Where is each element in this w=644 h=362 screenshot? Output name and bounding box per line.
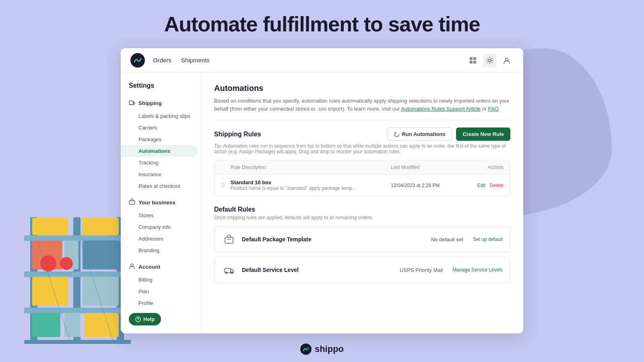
run-automations-button[interactable]: Run Automations bbox=[387, 128, 452, 141]
svg-rect-4 bbox=[24, 272, 131, 277]
profile-icon-btn[interactable] bbox=[500, 53, 514, 67]
shipping-rules-title: Shipping Rules bbox=[214, 131, 261, 138]
shipping-section-label: Shipping bbox=[138, 100, 162, 106]
refresh-icon bbox=[394, 132, 400, 137]
svg-rect-17 bbox=[64, 313, 80, 337]
svg-point-38 bbox=[138, 321, 138, 321]
sidebar-item-rates[interactable]: Rates at checkout bbox=[121, 180, 201, 192]
rule-modified: 12/04/2023 at 2:26 PM bbox=[391, 183, 463, 188]
app-logo bbox=[130, 53, 145, 68]
footer-logo-text: shippo bbox=[315, 344, 344, 354]
faq-link[interactable]: FAQ bbox=[488, 106, 498, 112]
svg-rect-3 bbox=[24, 235, 131, 241]
sidebar-item-addresses[interactable]: Addresses bbox=[121, 233, 201, 245]
delete-rule-button[interactable]: Delete bbox=[489, 183, 504, 188]
rule-name: Standard 10 box bbox=[231, 179, 391, 185]
nav-icons bbox=[466, 53, 514, 67]
svg-rect-5 bbox=[24, 308, 131, 313]
create-new-rule-button[interactable]: Create New Rule bbox=[456, 128, 510, 141]
sidebar-item-billing[interactable]: Billing bbox=[121, 274, 201, 286]
default-service-value: USPS Priority Mail bbox=[400, 267, 443, 273]
drag-handle[interactable]: ⠿ bbox=[221, 182, 231, 189]
sidebar-section-header-shipping[interactable]: Shipping bbox=[121, 96, 201, 110]
support-article-link[interactable]: Automations Rules Support Article bbox=[401, 106, 480, 112]
default-package-name: Default Package Template bbox=[242, 236, 431, 243]
svg-rect-16 bbox=[32, 313, 60, 337]
svg-rect-23 bbox=[473, 57, 476, 60]
account-section-label: Account bbox=[138, 264, 160, 270]
svg-rect-13 bbox=[83, 277, 119, 306]
sidebar-settings-title: Settings bbox=[121, 82, 201, 96]
automations-desc: Based on conditions that you specify, au… bbox=[214, 97, 510, 113]
footer-logo-icon bbox=[300, 343, 312, 355]
footer-logo: shippo bbox=[300, 343, 344, 355]
rules-tip: Tip: Automation rules run in sequence fr… bbox=[214, 143, 510, 154]
default-rules-title: Default Rules bbox=[214, 206, 510, 213]
svg-rect-34 bbox=[225, 268, 231, 273]
default-rules-desc: Once shipping rules are applied, default… bbox=[214, 215, 510, 220]
sidebar-item-plan[interactable]: Plan bbox=[121, 286, 201, 297]
sidebar-item-stores[interactable]: Stores bbox=[121, 210, 201, 221]
col-header-actions: Actions bbox=[463, 165, 504, 170]
svg-point-30 bbox=[133, 104, 134, 105]
sidebar-item-tracking[interactable]: Tracking bbox=[121, 157, 201, 169]
nav-orders[interactable]: Orders bbox=[153, 57, 171, 64]
shipping-rules-header: Shipping Rules Run Automations Create Ne… bbox=[214, 128, 510, 141]
col-header-modified: Last Modified bbox=[391, 165, 463, 170]
sidebar-item-insurance[interactable]: Insurance bbox=[121, 169, 201, 180]
default-rule-package: Default Package Template No default set … bbox=[214, 226, 510, 253]
svg-rect-31 bbox=[129, 201, 135, 204]
help-button[interactable]: Help bbox=[129, 313, 161, 325]
sidebar-item-packages[interactable]: Packages bbox=[121, 134, 201, 145]
rules-buttons: Run Automations Create New Rule bbox=[387, 128, 510, 141]
svg-rect-18 bbox=[85, 313, 119, 337]
top-nav: Orders Shipments bbox=[121, 48, 523, 72]
svg-rect-25 bbox=[473, 61, 476, 64]
business-section-label: Your business bbox=[138, 200, 175, 206]
default-service-name: Default Service Level bbox=[242, 267, 400, 273]
sidebar-item-carriers[interactable]: Carriers bbox=[121, 122, 201, 134]
svg-point-32 bbox=[131, 264, 133, 266]
svg-rect-8 bbox=[83, 218, 119, 235]
svg-rect-28 bbox=[129, 101, 133, 105]
sidebar-section-your-business: Your business Stores Company info Addres… bbox=[121, 195, 201, 256]
rule-actions: Edit Delete bbox=[463, 183, 504, 188]
manage-service-levels-link[interactable]: Manage Service Levels bbox=[452, 267, 503, 273]
edit-rule-button[interactable]: Edit bbox=[477, 183, 486, 188]
col-header-desc: Rule Description bbox=[231, 165, 391, 170]
svg-point-15 bbox=[60, 257, 73, 270]
account-icon bbox=[129, 263, 135, 271]
automations-title: Automations bbox=[214, 84, 510, 93]
svg-rect-33 bbox=[225, 237, 233, 243]
app-window: Orders Shipments Settings bbox=[121, 48, 523, 333]
help-icon bbox=[135, 317, 141, 322]
dashboard-icon-btn[interactable] bbox=[466, 53, 480, 67]
sidebar-item-company-info[interactable]: Company info bbox=[121, 221, 201, 233]
rules-table: Rule Description Last Modified Actions ⠿… bbox=[214, 160, 510, 196]
svg-rect-24 bbox=[470, 61, 473, 64]
sidebar-section-account: Account Billing Plan Profile Users bbox=[121, 259, 201, 321]
svg-rect-6 bbox=[24, 340, 131, 344]
table-row: ⠿ Standard 10 box Product name is equal … bbox=[215, 175, 510, 196]
nav-shipments[interactable]: Shipments bbox=[181, 57, 210, 64]
svg-point-26 bbox=[489, 59, 491, 62]
settings-icon-btn[interactable] bbox=[483, 53, 497, 67]
sidebar-section-shipping: Shipping Labels & packing slips Carriers… bbox=[121, 96, 201, 192]
sidebar-section-header-business[interactable]: Your business bbox=[121, 195, 201, 210]
sidebar-item-branding[interactable]: Branding bbox=[121, 245, 201, 256]
rule-sub: Product name is equal to "standard" appl… bbox=[231, 185, 391, 191]
svg-point-29 bbox=[130, 104, 131, 105]
sidebar-item-automations[interactable]: Automations bbox=[121, 145, 198, 157]
sidebar-section-header-account[interactable]: Account bbox=[121, 259, 201, 274]
svg-rect-22 bbox=[470, 57, 473, 60]
default-rule-service: Default Service Level USPS Priority Mail… bbox=[214, 257, 510, 283]
svg-rect-7 bbox=[32, 218, 68, 235]
table-header: Rule Description Last Modified Actions bbox=[215, 160, 510, 175]
sidebar-item-labels[interactable]: Labels & packing slips bbox=[121, 110, 201, 122]
setup-default-link[interactable]: Set up default bbox=[473, 237, 503, 242]
rule-desc-cell: Standard 10 box Product name is equal to… bbox=[231, 179, 391, 191]
default-package-value: No default set bbox=[431, 237, 463, 243]
sidebar-item-profile[interactable]: Profile bbox=[121, 297, 201, 309]
shipping-icon bbox=[129, 99, 135, 107]
sidebar: Settings Shipping Labels & packing slips… bbox=[121, 72, 201, 333]
